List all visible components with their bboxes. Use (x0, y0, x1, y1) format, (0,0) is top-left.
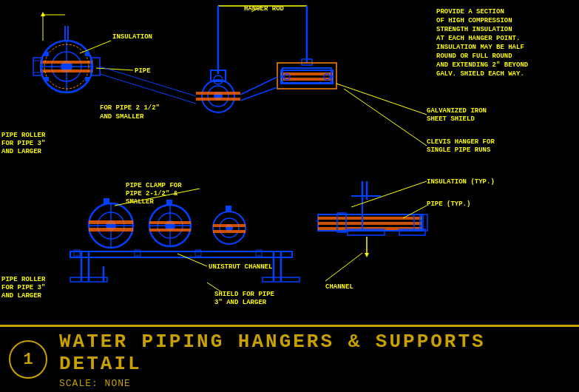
svg-rect-80 (318, 222, 421, 225)
clevis2-label: SINGLE PIPE RUNS (427, 146, 491, 154)
svg-rect-21 (44, 77, 49, 81)
and-smaller-label: AND SMALLER (100, 113, 144, 121)
pipe-clamp-label: PIPE CLAMP FOR (126, 182, 182, 189)
pipe-clamp2-label: PIPE 2-1/2" & (126, 190, 178, 197)
pipe-roller-top3-label: AND LARGER (1, 148, 42, 155)
svg-rect-76 (166, 200, 172, 206)
drawing-title: WATER PIPING HANGERS & SUPPORTS DETAIL (59, 331, 570, 375)
pipe-roller-bot-label: PIPE ROLLER (1, 276, 46, 283)
pipe-clamp3-label: SMALLER (126, 198, 154, 206)
channel-label: CHANNEL (325, 283, 353, 291)
compression-label: PROVIDE A SECTION (436, 8, 504, 16)
title-text-block: WATER PIPING HANGERS & SUPPORTS DETAIL S… (59, 331, 570, 389)
svg-rect-20 (85, 52, 89, 56)
svg-rect-19 (44, 52, 49, 56)
svg-rect-65 (149, 229, 191, 232)
svg-rect-11 (41, 70, 92, 72)
svg-rect-75 (104, 198, 109, 204)
compression5-label: INSULATION MAY BE HALF (436, 44, 524, 51)
compression7-label: AND EXTENDING 2" BEYOND (436, 61, 529, 69)
drawing-number-badge: 1 (9, 340, 47, 379)
badge-number: 1 (23, 351, 33, 369)
compression2-label: OF HIGH COMPRESSION (436, 17, 512, 24)
insulation-typ-label: INSULATION (TYP.) (427, 178, 495, 186)
compression4-label: AT EACH HANGER POINT. (436, 35, 520, 42)
svg-rect-31 (196, 92, 240, 95)
insulation-label: INSULATION (112, 33, 152, 41)
shield-pipe-label: SHIELD FOR PIPE (214, 291, 275, 298)
main-container: HANGER ROD (0, 0, 579, 392)
galvanized-label: GALVANIZED IRON (427, 107, 487, 115)
compression6-label: ROUND OR FULL ROUND (436, 53, 512, 60)
pipe-roller-bot3-label: AND LARGER (1, 292, 42, 300)
compression3-label: STRENGTH INSULATION (436, 26, 512, 33)
pipe-roller-top-label: PIPE ROLLER (1, 132, 46, 139)
svg-rect-10 (41, 61, 92, 64)
compression8-label: GALV. SHIELD EACH WAY. (436, 70, 524, 78)
svg-rect-79 (318, 217, 421, 220)
pipe-label: PIPE (135, 67, 151, 75)
for-pipe-label: FOR PIPE 2 1/2" (100, 104, 160, 112)
pipe-typ-label: PIPE (TYP.) (427, 200, 470, 208)
svg-rect-57 (89, 220, 133, 224)
svg-rect-70 (213, 230, 246, 233)
galvanized2-label: SHEET SHIELD (427, 115, 475, 123)
svg-rect-77 (226, 206, 231, 212)
svg-rect-58 (89, 228, 133, 232)
hanger-rod-label: HANGER ROD (244, 5, 285, 13)
clevis-label: CLEVIS HANGER FOR (427, 138, 495, 146)
pipe-roller-top2-label: FOR PIPE 3" (1, 140, 45, 147)
svg-rect-22 (85, 77, 89, 81)
drawing-scale: SCALE: NONE (59, 378, 570, 389)
drawing-area: HANGER ROD (0, 0, 579, 325)
svg-rect-64 (149, 221, 191, 224)
svg-rect-32 (196, 98, 240, 101)
pipe-roller-bot2-label: FOR PIPE 3" (1, 284, 45, 291)
svg-rect-69 (213, 224, 246, 227)
shield-pipe2-label: 3" AND LARGER (214, 299, 267, 306)
title-block: 1 WATER PIPING HANGERS & SUPPORTS DETAIL… (0, 325, 579, 392)
unistrut-label: UNISTRUT CHANNEL (209, 263, 272, 271)
